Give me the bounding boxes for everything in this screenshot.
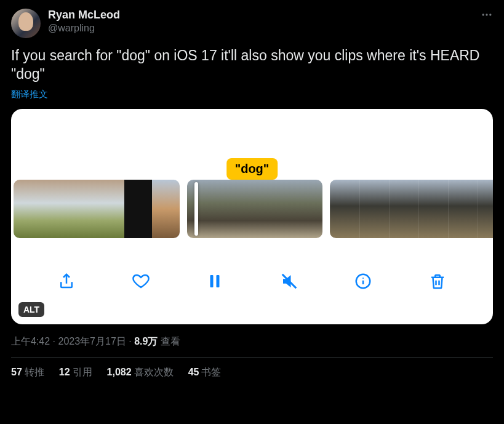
media-header-area: "dog" — [11, 109, 493, 180]
likes-label: 喜欢次数 — [134, 367, 174, 377]
svg-point-8 — [362, 278, 364, 279]
svg-rect-3 — [210, 275, 214, 287]
thumbnail — [255, 180, 289, 238]
svg-point-1 — [486, 14, 487, 15]
views-count: 8.9万 — [134, 336, 158, 346]
svg-point-2 — [489, 14, 491, 15]
bookmarks-count: 45 — [188, 367, 199, 377]
thumbnail — [14, 180, 41, 238]
share-icon — [57, 272, 76, 290]
quotes-count: 12 — [59, 367, 70, 377]
thumbnail — [97, 180, 124, 238]
svg-point-0 — [482, 14, 484, 15]
share-button[interactable] — [54, 269, 79, 294]
retweets-label: 转推 — [25, 367, 44, 377]
separator: · — [50, 336, 58, 346]
thumbnail — [448, 180, 478, 238]
playhead-icon[interactable] — [194, 182, 198, 236]
tweet-date: 2023年7月17日 — [58, 336, 126, 346]
like-button[interactable] — [129, 269, 153, 294]
thumbnail — [330, 180, 359, 238]
bookmarks-label: 书签 — [201, 367, 221, 377]
pause-button[interactable] — [202, 269, 227, 294]
thumbnail — [221, 180, 255, 238]
pause-icon — [206, 272, 224, 290]
thumbnail — [389, 180, 418, 238]
quotes-stat[interactable]: 12引用 — [59, 366, 92, 379]
avatar[interactable] — [11, 9, 41, 38]
trash-icon — [428, 272, 447, 290]
mute-button[interactable] — [277, 269, 302, 294]
translate-link[interactable]: 翻译推文 — [11, 89, 493, 100]
likes-count: 1,082 — [107, 367, 132, 377]
clip-group-3[interactable] — [330, 180, 493, 238]
video-timeline[interactable] — [11, 180, 493, 238]
more-icon[interactable] — [481, 9, 493, 24]
thumbnail — [41, 180, 69, 238]
trash-button[interactable] — [425, 269, 450, 294]
retweets-count: 57 — [11, 367, 22, 377]
bookmarks-stat[interactable]: 45书签 — [188, 366, 222, 379]
retweets-stat[interactable]: 57转推 — [11, 366, 44, 379]
display-name: Ryan McLeod — [48, 9, 120, 22]
views-label: 查看 — [161, 336, 180, 346]
info-button[interactable] — [351, 269, 375, 294]
quotes-label: 引用 — [73, 367, 92, 377]
tweet-text: If you search for "dog" on iOS 17 it'll … — [11, 47, 493, 84]
thumbnail — [69, 180, 97, 238]
tweet-container: Ryan McLeod @warpling If you search for … — [0, 0, 504, 385]
likes-stat[interactable]: 1,082喜欢次数 — [107, 366, 174, 379]
svg-rect-4 — [217, 275, 220, 287]
info-icon — [354, 272, 372, 290]
tweet-time: 上午4:42 — [11, 336, 50, 346]
tweet-meta[interactable]: 上午4:42 · 2023年7月17日 · 8.9万 查看 — [11, 335, 493, 348]
user-handle: @warpling — [48, 22, 120, 34]
clip-group-2[interactable] — [187, 180, 322, 238]
caption-badge: "dog" — [226, 158, 278, 180]
thumbnail — [478, 180, 493, 238]
thumbnail — [152, 180, 180, 238]
clip-group-1[interactable] — [14, 180, 180, 238]
tweet-stats: 57转推 12引用 1,082喜欢次数 45书签 — [11, 358, 493, 379]
thumbnail — [359, 180, 389, 238]
media-toolbar — [11, 238, 493, 324]
separator: · — [126, 336, 134, 346]
heart-icon — [132, 272, 150, 290]
media-attachment[interactable]: "dog" — [11, 109, 493, 324]
tweet-header: Ryan McLeod @warpling — [11, 9, 493, 38]
alt-badge[interactable]: ALT — [18, 302, 44, 317]
thumbnail — [124, 180, 152, 238]
thumbnail — [187, 180, 221, 238]
thumbnail — [289, 180, 322, 238]
mute-icon — [280, 272, 298, 290]
thumbnail — [418, 180, 448, 238]
user-name-block[interactable]: Ryan McLeod @warpling — [48, 9, 120, 34]
